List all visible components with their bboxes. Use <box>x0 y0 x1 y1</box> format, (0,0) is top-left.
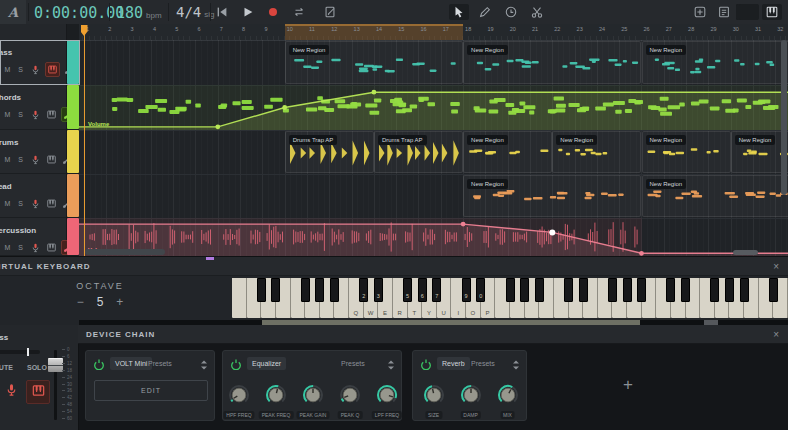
piano-key-black[interactable] <box>271 278 280 302</box>
piano-key-black[interactable] <box>710 278 719 302</box>
device-edit-button[interactable]: EDIT <box>94 380 208 401</box>
device-name[interactable]: Reverb <box>437 357 470 370</box>
presets-selector-arrows[interactable] <box>387 359 395 371</box>
track-header-lead[interactable]: LeadMS <box>0 174 66 218</box>
automation-point[interactable] <box>215 124 220 129</box>
piano-key-black[interactable]: 6 <box>418 278 427 302</box>
time-signature[interactable]: 4/4sig <box>176 4 215 20</box>
region[interactable]: Drums Trap AP <box>285 131 374 173</box>
track-mic-button[interactable] <box>29 108 42 121</box>
region[interactable]: New Region <box>463 131 552 173</box>
knob-size[interactable] <box>423 384 445 406</box>
timeline-ruler[interactable]: 1234567891011121314151617181920212223242… <box>79 24 788 41</box>
pan-slider-handle[interactable] <box>27 348 29 356</box>
track-mute-button[interactable]: M <box>2 154 13 165</box>
horizontal-scrollbar-thumb-2[interactable] <box>733 250 758 255</box>
track-solo-button[interactable]: S <box>15 154 26 165</box>
add-device-button[interactable]: + <box>623 375 633 395</box>
track-header-bass[interactable]: BassMS <box>0 40 66 85</box>
piano-key-black[interactable]: 9 <box>462 278 471 302</box>
track-keyboard-button[interactable] <box>45 241 58 254</box>
track-mic-button[interactable] <box>29 63 42 76</box>
horizontal-scrollbar-thumb[interactable] <box>85 249 165 255</box>
notes-list-button[interactable] <box>714 4 734 20</box>
track-keyboard-button[interactable] <box>45 62 60 77</box>
track-solo-button[interactable]: S <box>15 64 26 75</box>
region[interactable]: New Region <box>642 175 788 217</box>
knob-peak-gain[interactable] <box>302 384 324 406</box>
close-keyboard-button[interactable]: × <box>773 261 779 272</box>
piano-key-black[interactable] <box>725 278 734 302</box>
device-presets-dropdown[interactable]: Presets <box>341 360 365 367</box>
vertical-scrollbar-thumb[interactable] <box>781 40 787 195</box>
device-reverb[interactable]: ReverbPresetsSIZEDAMPMIX <box>412 350 527 421</box>
knob-lpf-freq[interactable] <box>376 384 398 406</box>
device-presets-dropdown[interactable]: Presets <box>471 360 495 367</box>
time-display[interactable]: 0:00:00.00 <box>34 4 124 22</box>
presets-selector-arrows[interactable] <box>200 359 208 371</box>
cursor-tool-button[interactable] <box>449 4 469 20</box>
piano-key-black[interactable] <box>579 278 588 302</box>
track-color-chords[interactable] <box>67 85 79 129</box>
track-mute-button[interactable]: M <box>2 198 13 209</box>
knob-peak-freq[interactable] <box>265 384 287 406</box>
monitor-mic-button[interactable] <box>4 382 19 401</box>
piano-key-black[interactable]: 2 <box>359 278 368 302</box>
piano-key-black[interactable] <box>637 278 646 302</box>
knob-hpf-freq[interactable] <box>228 384 250 406</box>
track-mic-button[interactable] <box>29 197 42 210</box>
device-name[interactable]: Equalizer <box>247 357 286 370</box>
track-header-drums[interactable]: DrumsMS <box>0 130 66 174</box>
device-name[interactable]: VOLT Mini <box>110 357 152 370</box>
track-solo-button[interactable]: S <box>15 198 26 209</box>
track-mute-button[interactable]: M <box>2 242 13 253</box>
automation-point[interactable] <box>282 105 287 110</box>
knob-peak-q[interactable] <box>339 384 361 406</box>
presets-selector-arrows[interactable] <box>512 359 520 371</box>
piano-key-black[interactable] <box>535 278 544 302</box>
knob-mix[interactable] <box>497 384 519 406</box>
piano-keyboard[interactable]: QWERTYUIOP2356790 <box>232 278 788 318</box>
piano-key-white[interactable] <box>232 278 247 318</box>
keyboard-input-button[interactable] <box>26 380 50 404</box>
loop-button[interactable] <box>289 4 309 20</box>
piano-key-black[interactable] <box>681 278 690 302</box>
skip-to-start-button[interactable] <box>212 4 232 20</box>
record-button[interactable] <box>263 4 283 20</box>
piano-key-black[interactable] <box>330 278 339 302</box>
track-keyboard-button[interactable] <box>45 108 58 121</box>
octave-up-button[interactable]: + <box>116 295 123 309</box>
automation-curve[interactable] <box>79 85 788 130</box>
device-power-button[interactable] <box>93 358 105 370</box>
piano-key-black[interactable] <box>740 278 749 302</box>
solo-button[interactable]: SOLO <box>27 364 47 371</box>
piano-key-black[interactable] <box>623 278 632 302</box>
automation-curve[interactable] <box>79 218 788 256</box>
add-track-button[interactable] <box>690 4 710 20</box>
knob-damp[interactable] <box>460 384 482 406</box>
track-color-percussion[interactable] <box>67 218 79 255</box>
track-keyboard-button[interactable] <box>45 197 58 210</box>
app-logo[interactable]: A <box>0 0 26 24</box>
region[interactable]: Drums Trap AP <box>374 131 463 173</box>
piano-keyboard-button[interactable] <box>762 4 782 20</box>
piano-key-black[interactable] <box>301 278 310 302</box>
piano-key-black[interactable]: 7 <box>432 278 441 302</box>
region[interactable]: New Region <box>463 175 641 217</box>
track-keyboard-button[interactable] <box>45 153 58 166</box>
device-presets-dropdown[interactable]: Presets <box>148 360 172 367</box>
pencil-tool-button[interactable] <box>475 4 495 20</box>
volume-fader-handle[interactable] <box>48 358 63 372</box>
device-power-button[interactable] <box>420 358 432 370</box>
automation-point[interactable] <box>549 229 555 235</box>
pan-slider[interactable] <box>0 350 40 354</box>
track-color-bass[interactable] <box>67 40 79 84</box>
piano-key-black[interactable] <box>608 278 617 302</box>
region[interactable]: New Region <box>285 41 463 84</box>
track-mic-button[interactable] <box>29 153 42 166</box>
track-color-lead[interactable] <box>67 174 79 217</box>
piano-key-black[interactable] <box>769 278 778 302</box>
piano-key-black[interactable]: 3 <box>374 278 383 302</box>
piano-key-black[interactable]: 5 <box>403 278 412 302</box>
track-mute-button[interactable]: M <box>2 109 13 120</box>
